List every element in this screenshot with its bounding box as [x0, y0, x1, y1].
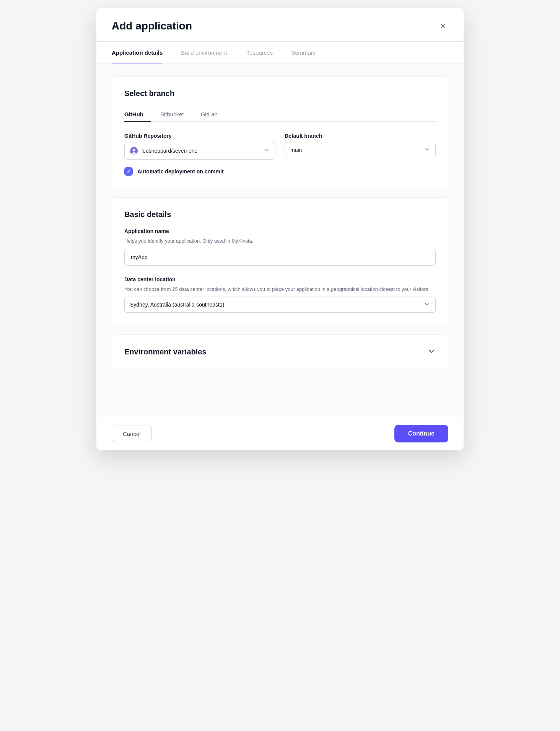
step-summary[interactable]: Summary — [291, 42, 316, 64]
data-center-group: Data center location You can choose from… — [124, 276, 436, 313]
auto-deploy-checkbox[interactable]: ✓ — [124, 167, 133, 176]
auto-deploy-label: Automatic deployment on commit — [137, 168, 224, 175]
avatar — [130, 147, 138, 155]
tab-github[interactable]: GitHub — [124, 107, 151, 121]
data-center-hint: You can choose from 25 data center locat… — [124, 286, 436, 293]
auto-deploy-row: ✓ Automatic deployment on commit — [124, 167, 436, 176]
data-center-value: Sydney, Australia (australia-southeast1) — [130, 302, 224, 308]
modal-title: Add application — [112, 20, 192, 32]
app-name-group: Application name Helps you identify your… — [124, 228, 436, 266]
branch-label: Default branch — [285, 133, 436, 139]
repo-value: leesheppard/seven-one — [142, 148, 197, 154]
select-branch-title: Select branch — [124, 89, 436, 98]
basic-details-title: Basic details — [124, 210, 436, 219]
repo-group: GitHub Repository leesheppard/seven-one — [124, 133, 275, 160]
source-tabs: GitHub Bitbucket GitLab — [124, 107, 436, 122]
chevron-down-icon — [427, 347, 436, 356]
env-vars-title: Environment variables — [124, 348, 207, 356]
chevron-down-icon — [424, 147, 430, 154]
basic-details-card: Basic details Application name Helps you… — [112, 197, 448, 325]
tab-gitlab[interactable]: GitLab — [201, 107, 225, 121]
repo-branch-row: GitHub Repository leesheppard/seven-one — [124, 133, 436, 160]
tab-bitbucket[interactable]: Bitbucket — [160, 107, 192, 121]
modal-content: Select branch GitHub Bitbucket GitLab Gi… — [96, 64, 464, 417]
branch-value: main — [290, 147, 302, 153]
close-button[interactable] — [438, 21, 448, 31]
svg-point-3 — [133, 149, 135, 152]
chevron-down-icon — [424, 301, 430, 308]
continue-button[interactable]: Continue — [394, 425, 448, 442]
step-resources[interactable]: Resources — [245, 42, 273, 64]
env-vars-header: Environment variables — [124, 347, 436, 357]
steps-bar: Application details Build environment Re… — [96, 42, 464, 64]
step-application-details[interactable]: Application details — [112, 42, 163, 64]
user-avatar-image — [130, 147, 138, 155]
data-center-label: Data center location — [124, 276, 436, 282]
app-name-input[interactable] — [124, 249, 436, 266]
close-icon — [439, 22, 447, 30]
app-name-label: Application name — [124, 228, 436, 234]
branch-select[interactable]: main — [285, 142, 436, 158]
repo-label: GitHub Repository — [124, 133, 275, 139]
repo-select[interactable]: leesheppard/seven-one — [124, 142, 275, 160]
modal-header: Add application — [96, 8, 464, 42]
checkmark-icon: ✓ — [127, 169, 131, 175]
env-variables-card: Environment variables — [112, 334, 448, 369]
select-branch-card: Select branch GitHub Bitbucket GitLab Gi… — [112, 77, 448, 188]
branch-group: Default branch main — [285, 133, 436, 160]
chevron-down-icon — [264, 147, 270, 155]
step-build-environment[interactable]: Build environment — [181, 42, 227, 64]
cancel-button[interactable]: Cancel — [112, 426, 152, 442]
env-vars-toggle[interactable] — [427, 347, 436, 357]
app-name-hint: Helps you identify your application. Onl… — [124, 237, 436, 245]
add-application-modal: Add application Application details Buil… — [96, 8, 464, 450]
modal-footer: Cancel Continue — [96, 417, 464, 450]
data-center-select[interactable]: Sydney, Australia (australia-southeast1) — [124, 297, 436, 313]
